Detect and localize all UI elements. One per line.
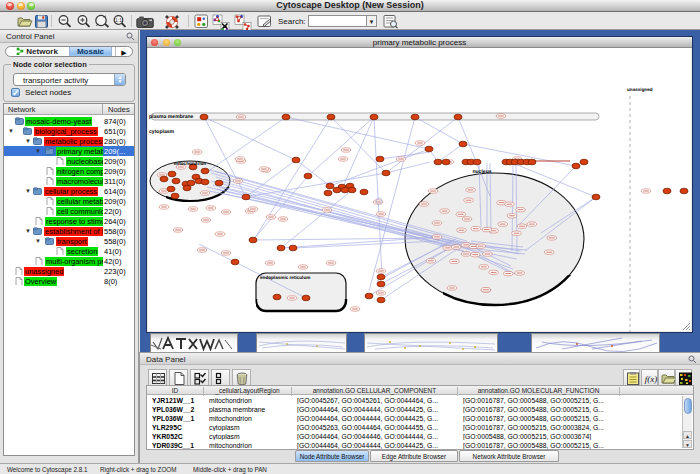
svg-text:1:1: 1:1 [115,17,122,23]
svg-text:f(x): f(x) [645,374,658,384]
svg-text:endoplasmic reticulum: endoplasmic reticulum [260,275,310,280]
svg-text:unassigned: unassigned [627,87,653,92]
svg-text:nucleus: nucleus [472,169,491,175]
svg-text:mitochondrion: mitochondrion [174,161,206,166]
svg-text:cytoplasm: cytoplasm [149,129,174,135]
svg-text:plasma membrane: plasma membrane [149,114,193,120]
